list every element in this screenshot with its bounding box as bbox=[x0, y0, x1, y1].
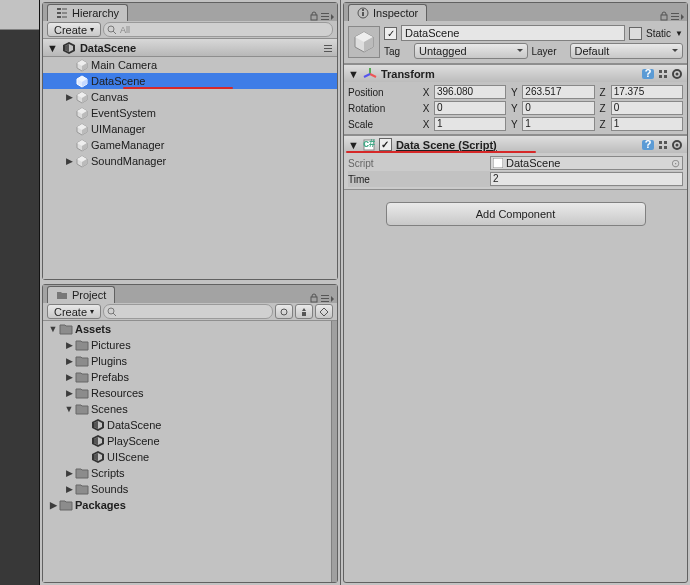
item-label: Prefabs bbox=[91, 371, 129, 383]
preset-icon[interactable] bbox=[657, 139, 669, 151]
project-item[interactable]: ▶Plugins bbox=[43, 353, 331, 369]
transform-icon bbox=[363, 67, 377, 81]
svg-text:?: ? bbox=[645, 139, 652, 150]
fold-icon[interactable]: ▶ bbox=[63, 355, 75, 367]
fold-icon[interactable] bbox=[79, 435, 91, 447]
panel-menu-icon[interactable] bbox=[670, 11, 684, 21]
scale-label: Scale bbox=[348, 119, 418, 130]
panel-menu-icon[interactable] bbox=[320, 293, 334, 303]
panel-lock-icon[interactable] bbox=[309, 293, 319, 303]
filter-button-1[interactable] bbox=[275, 304, 293, 319]
fold-icon[interactable]: ▶ bbox=[63, 155, 75, 167]
fold-icon[interactable]: ▶ bbox=[63, 91, 75, 103]
project-preview-pane[interactable] bbox=[331, 321, 337, 582]
scene-header[interactable]: ▼ DataScene bbox=[43, 39, 337, 57]
scene-menu-icon[interactable] bbox=[323, 43, 333, 53]
project-item[interactable]: ▶Sounds bbox=[43, 481, 331, 497]
tag-dropdown[interactable]: Untagged bbox=[414, 43, 528, 59]
active-checkbox[interactable]: ✓ bbox=[384, 27, 397, 40]
script-object-field[interactable]: DataScene ⊙ bbox=[490, 156, 683, 170]
item-label: Packages bbox=[75, 499, 126, 511]
folder-icon bbox=[75, 402, 89, 416]
filter-button-3[interactable] bbox=[315, 304, 333, 319]
scale-z-field[interactable]: 1 bbox=[611, 117, 683, 131]
fold-icon[interactable]: ▶ bbox=[63, 339, 75, 351]
hierarchy-item[interactable]: Main Camera bbox=[43, 57, 337, 73]
project-item[interactable]: ▶Prefabs bbox=[43, 369, 331, 385]
fold-icon[interactable] bbox=[63, 107, 75, 119]
time-field[interactable]: 2 bbox=[490, 172, 683, 186]
fold-icon[interactable]: ▼ bbox=[63, 403, 75, 415]
panel-menu-icon[interactable] bbox=[320, 11, 334, 21]
rotation-x-field[interactable]: 0 bbox=[434, 101, 506, 115]
hierarchy-item[interactable]: ▶Canvas bbox=[43, 89, 337, 105]
fold-icon[interactable] bbox=[63, 75, 75, 87]
inspector-tab[interactable]: Inspector bbox=[348, 4, 427, 21]
project-item[interactable]: PlayScene bbox=[43, 433, 331, 449]
svg-rect-1 bbox=[57, 12, 61, 14]
project-item[interactable]: UIScene bbox=[43, 449, 331, 465]
help-icon[interactable]: ? bbox=[641, 139, 655, 151]
fold-icon[interactable]: ▶ bbox=[63, 371, 75, 383]
project-item[interactable]: DataScene bbox=[43, 417, 331, 433]
project-item[interactable]: ▼Scenes bbox=[43, 401, 331, 417]
gear-icon[interactable] bbox=[671, 68, 683, 80]
fold-icon[interactable] bbox=[63, 123, 75, 135]
static-dropdown-icon[interactable]: ▼ bbox=[675, 29, 683, 38]
scale-y-field[interactable]: 1 bbox=[522, 117, 594, 131]
svg-rect-57 bbox=[362, 9, 364, 11]
add-component-button[interactable]: Add Component bbox=[386, 202, 646, 226]
fold-icon[interactable]: ▶ bbox=[47, 499, 59, 511]
gameobject-name-input[interactable] bbox=[401, 25, 625, 41]
project-item[interactable]: ▶Resources bbox=[43, 385, 331, 401]
project-item[interactable]: ▶Pictures bbox=[43, 337, 331, 353]
hierarchy-item[interactable]: EventSystem bbox=[43, 105, 337, 121]
fold-icon[interactable]: ▼ bbox=[348, 139, 359, 151]
project-tree: ▼Assets▶Pictures▶Plugins▶Prefabs▶Resourc… bbox=[43, 321, 337, 582]
project-item[interactable]: ▼Assets bbox=[43, 321, 331, 337]
hierarchy-item[interactable]: ▶SoundManager bbox=[43, 153, 337, 169]
panel-lock-icon[interactable] bbox=[659, 11, 669, 21]
static-checkbox[interactable] bbox=[629, 27, 642, 40]
project-tab[interactable]: Project bbox=[47, 286, 115, 303]
fold-icon[interactable] bbox=[63, 139, 75, 151]
project-create-button[interactable]: Create ▾ bbox=[47, 304, 101, 319]
fold-icon[interactable]: ▼ bbox=[348, 68, 359, 80]
layer-dropdown[interactable]: Default bbox=[570, 43, 684, 59]
fold-icon[interactable] bbox=[79, 451, 91, 463]
help-icon[interactable]: ? bbox=[641, 68, 655, 80]
rotation-z-field[interactable]: 0 bbox=[611, 101, 683, 115]
position-x-field[interactable]: 396.080 bbox=[434, 85, 506, 99]
datascene-header[interactable]: ▼ c# ✓ Data Scene (Script) ? bbox=[344, 136, 687, 153]
rotation-y-field[interactable]: 0 bbox=[522, 101, 594, 115]
project-search-input[interactable] bbox=[103, 304, 273, 319]
fold-icon[interactable]: ▶ bbox=[63, 387, 75, 399]
svg-rect-17 bbox=[324, 51, 332, 52]
svg-rect-72 bbox=[659, 75, 662, 78]
transform-header[interactable]: ▼ Transform ? bbox=[344, 65, 687, 82]
fold-icon[interactable] bbox=[79, 419, 91, 431]
component-enabled-checkbox[interactable]: ✓ bbox=[379, 138, 392, 151]
project-item[interactable]: ▶Scripts bbox=[43, 465, 331, 481]
position-y-field[interactable]: 263.517 bbox=[522, 85, 594, 99]
hierarchy-search-input[interactable]: All bbox=[103, 22, 333, 37]
svg-rect-83 bbox=[664, 146, 667, 149]
scale-x-field[interactable]: 1 bbox=[434, 117, 506, 131]
gear-icon[interactable] bbox=[671, 139, 683, 151]
hierarchy-item[interactable]: GameManager bbox=[43, 137, 337, 153]
gameobject-icon[interactable] bbox=[348, 26, 380, 58]
fold-icon[interactable]: ▼ bbox=[47, 42, 58, 54]
hierarchy-create-button[interactable]: Create ▾ bbox=[47, 22, 101, 37]
hierarchy-tab[interactable]: Hierarchy bbox=[47, 4, 128, 21]
preset-icon[interactable] bbox=[657, 68, 669, 80]
fold-icon[interactable]: ▶ bbox=[63, 467, 75, 479]
panel-lock-icon[interactable] bbox=[309, 11, 319, 21]
project-item[interactable]: ▶Packages bbox=[43, 497, 331, 513]
fold-icon[interactable]: ▼ bbox=[47, 323, 59, 335]
filter-button-2[interactable] bbox=[295, 304, 313, 319]
position-label: Position bbox=[348, 87, 418, 98]
hierarchy-item[interactable]: UIManager bbox=[43, 121, 337, 137]
position-z-field[interactable]: 17.375 bbox=[611, 85, 683, 99]
fold-icon[interactable] bbox=[63, 59, 75, 71]
fold-icon[interactable]: ▶ bbox=[63, 483, 75, 495]
